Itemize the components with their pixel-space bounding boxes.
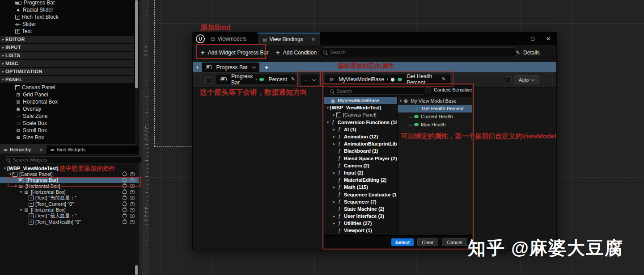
chevron-right-icon[interactable]: ▸	[332, 171, 336, 175]
tab-bind-widgets[interactable]: ☰ Bind Widgets	[47, 146, 89, 154]
details-button[interactable]: ✎ Details	[516, 45, 540, 60]
palette-item[interactable]: Radial Slider	[0, 6, 134, 13]
popup-source-row[interactable]: Viewport (1)	[324, 227, 397, 234]
eye-icon[interactable]	[130, 184, 135, 188]
popup-source-row[interactable]: State Machine (2)	[324, 205, 397, 212]
popup-property-row[interactable]: ↔Current Health	[398, 112, 472, 121]
chevron-down-icon[interactable]: ▾	[19, 208, 23, 212]
tab-hierarchy[interactable]: ☰ Hierarchy ✕	[0, 146, 47, 154]
exec-mode-dropdown[interactable]: Auto	[514, 75, 539, 84]
close-button[interactable]: ✕	[545, 36, 551, 42]
popup-source-row[interactable]: ▸Utilities (27)	[324, 220, 397, 227]
chevron-right-icon[interactable]: ▸	[1, 61, 5, 66]
eye-icon[interactable]	[130, 202, 135, 206]
chevron-down-icon[interactable]: ▾	[326, 120, 330, 125]
palette-item[interactable]: Slider	[0, 21, 134, 28]
palette-item[interactable]: Safe Zone	[0, 112, 134, 120]
bindings-search-input[interactable]	[330, 50, 513, 55]
popup-search[interactable]	[326, 87, 426, 95]
close-icon[interactable]: ✕	[311, 37, 315, 42]
hierarchy-tree-row[interactable]: [Text_MaxHealth] "0"	[0, 219, 139, 225]
eye-icon[interactable]	[130, 178, 135, 182]
popup-property-row[interactable]: ←Get Health Percent	[398, 105, 472, 113]
palette-section-header[interactable]: ▸INPUT	[0, 44, 134, 51]
binding-checkbox[interactable]	[205, 77, 212, 84]
maximize-button[interactable]: ▢	[530, 36, 536, 42]
palette-section-header[interactable]: ▾PANEL	[0, 76, 134, 83]
chevron-right-icon[interactable]: ▸	[1, 37, 5, 42]
hierarchy-tree-row[interactable]: [Text_Current] "0"	[0, 201, 139, 207]
popup-source-row[interactable]: ▸Animation (12)	[324, 133, 397, 140]
popup-source-row[interactable]: ▸AnimationBlueprintLibrary	[324, 140, 397, 147]
hierarchy-tree-row[interactable]: [Progress Bar]	[0, 177, 139, 183]
popup-source-row[interactable]: Camera (2)	[324, 162, 397, 169]
tab-view-bindings[interactable]: ▤ View Bindings ✕	[258, 33, 320, 45]
chevron-right-icon[interactable]: ▸	[1, 45, 5, 50]
unlock-icon[interactable]	[123, 179, 127, 182]
popup-source-row[interactable]: Blackboard (1)	[324, 147, 397, 154]
add-widget-button[interactable]: + Add Widget Progress Bar	[201, 45, 268, 60]
popup-source-row[interactable]: ▾Conversion Functions (183)	[324, 119, 397, 126]
chevron-right-icon[interactable]: ▸	[1, 69, 5, 74]
popup-source-row[interactable]: MaterialEditing (2)	[324, 176, 397, 183]
cancel-button[interactable]: Cancel	[442, 238, 467, 246]
eye-icon[interactable]	[130, 172, 135, 176]
chevron-right-icon[interactable]: ▸	[1, 53, 5, 58]
select-button[interactable]: Select	[391, 238, 414, 246]
eye-icon[interactable]	[130, 190, 135, 194]
popup-source-row[interactable]: ▸AI (1)	[324, 126, 397, 133]
unlock-icon[interactable]	[123, 184, 127, 188]
eye-icon[interactable]	[130, 196, 135, 200]
palette-item[interactable]: Grid Panel	[0, 91, 134, 98]
chevron-down-icon[interactable]: ▾	[8, 172, 13, 176]
palette-section-header[interactable]: ▸OPTIMIZATION	[0, 68, 134, 75]
edit-icon[interactable]: ✎	[291, 76, 295, 82]
chevron-right-icon[interactable]: ▸	[332, 127, 336, 132]
hierarchy-tree-row[interactable]: ▾[Horizontal Box]	[0, 183, 139, 189]
add-binding-icon[interactable]: +	[265, 63, 269, 71]
eye-icon[interactable]	[130, 220, 135, 224]
widget-selector-dropdown[interactable]: Progress Bar	[202, 62, 259, 72]
unlock-icon[interactable]	[123, 214, 127, 217]
edit-icon[interactable]: ✎	[442, 76, 446, 82]
popup-search-input[interactable]	[336, 88, 422, 94]
eye-icon[interactable]	[130, 214, 135, 218]
exec-checkbox[interactable]	[505, 76, 512, 83]
hierarchy-search-input[interactable]	[13, 157, 139, 162]
widget-property-pill[interactable]: Progress Bar › Percent ✎	[216, 75, 297, 84]
viewmodel-property-pill[interactable]: MyViewModelBase › Get Health Percent ✎	[325, 75, 450, 84]
chevron-right-icon[interactable]: ▸	[332, 142, 336, 146]
popup-property-row[interactable]: ↔Max Health	[398, 121, 472, 129]
minimize-button[interactable]: –	[514, 36, 520, 42]
chevron-down-icon[interactable]: ▾	[1, 77, 5, 82]
eye-icon[interactable]	[130, 208, 135, 212]
context-sensitive-option[interactable]: Context Sensitive	[426, 87, 472, 92]
popup-source-row[interactable]: MyViewModelBase	[324, 97, 397, 104]
chevron-down-icon[interactable]: ▾	[13, 184, 18, 188]
hierarchy-scrollbar-thumb[interactable]	[135, 265, 138, 275]
popup-source-row[interactable]: ▾[WBP_ViewModeTest]	[324, 104, 397, 111]
palette-item[interactable]: Scroll Box	[0, 127, 134, 134]
palette-scrollbar-thumb[interactable]	[135, 0, 138, 88]
chevron-down-icon[interactable]: ▾	[398, 99, 403, 103]
unlock-icon[interactable]	[123, 203, 127, 206]
binding-direction-dropdown[interactable]: ←	[301, 75, 318, 85]
chevron-right-icon[interactable]: ▸	[332, 221, 336, 225]
palette-item[interactable]: Canvas Panel	[0, 84, 134, 91]
unlock-icon[interactable]	[123, 196, 127, 200]
palette-item[interactable]: Text	[0, 28, 134, 35]
hierarchy-tree-row[interactable]: [Text] "当前血量："	[0, 195, 139, 201]
chevron-down-icon[interactable]: ▾	[19, 190, 23, 194]
palette-item[interactable]: Overlay	[0, 105, 134, 112]
chevron-right-icon[interactable]: ▸	[332, 112, 336, 117]
window-titlebar[interactable]: U ▤ Viewmodels ▤ View Bindings ✕ – ▢ ✕	[193, 33, 556, 45]
close-icon[interactable]: ✕	[39, 147, 43, 152]
tab-viewmodels[interactable]: ▤ Viewmodels	[206, 33, 251, 45]
popup-source-row[interactable]: Sequence Evaluator (1)	[324, 191, 397, 198]
hierarchy-tree-row[interactable]: ▾[Horizontal Box]	[0, 207, 139, 213]
palette-section-header[interactable]: ▸MISC	[0, 60, 134, 67]
add-condition-button[interactable]: + Add Condition	[276, 45, 317, 60]
palette-item[interactable]: Rich Text Block	[0, 13, 134, 21]
row-menu-icon[interactable]: ⋮	[550, 77, 555, 83]
chevron-down-icon[interactable]: ▾	[196, 65, 199, 70]
